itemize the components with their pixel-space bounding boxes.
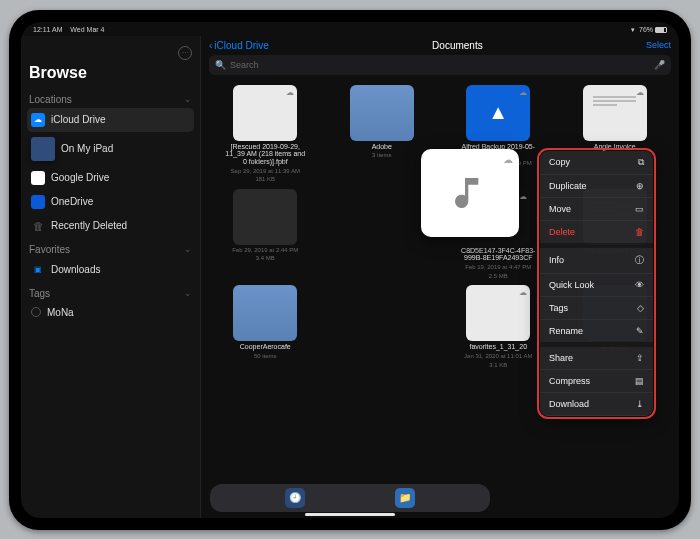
tags-label: Tags: [29, 288, 50, 299]
dock-app-recents[interactable]: 🕘: [285, 488, 305, 508]
ctx-tags[interactable]: Tags◇: [540, 297, 653, 320]
ctx-label: Delete: [549, 227, 575, 237]
cloud-download-icon: ☁: [636, 88, 644, 97]
ctx-duplicate[interactable]: Duplicate⊕: [540, 175, 653, 198]
select-button[interactable]: Select: [646, 40, 671, 50]
onedrive-icon: [31, 195, 45, 209]
chevron-down-icon: ⌄: [184, 244, 192, 254]
ctx-delete[interactable]: Delete🗑: [540, 221, 653, 248]
ctx-copy[interactable]: Copy⧉: [540, 151, 653, 175]
status-bar: 12:11 AM Wed Mar 4 ▾ 76%: [21, 22, 679, 36]
nav-bar: ‹ iCloud Drive Documents Select: [201, 36, 679, 53]
wifi-icon: ▾: [631, 26, 635, 34]
ctx-share[interactable]: Share⇪: [540, 347, 653, 370]
file-name: Angie Invoice: [594, 143, 636, 151]
info-icon: ⓘ: [635, 254, 644, 267]
sidebar: ⋯ Browse Locations ⌄ ☁ iCloud Drive On M…: [21, 36, 201, 518]
sidebar-item-downloads[interactable]: ▣ Downloads: [27, 258, 194, 282]
status-right: ▾ 76%: [631, 26, 667, 34]
file-name: [Rescued 2019-09-29, 11_39 AM (218 items…: [225, 143, 305, 166]
ctx-label: Info: [549, 255, 564, 265]
ctx-info[interactable]: Infoⓘ: [540, 248, 653, 274]
status-time: 12:11 AM: [33, 26, 63, 33]
home-indicator[interactable]: [305, 513, 395, 516]
file-name: Adobe: [372, 143, 392, 151]
search-input[interactable]: 🔍 Search 🎤: [209, 55, 671, 75]
sidebar-item-label: On My iPad: [61, 143, 113, 154]
battery-icon: [655, 27, 667, 33]
sidebar-item-label: MoNa: [47, 307, 74, 318]
ctx-label: Compress: [549, 376, 590, 386]
folder-thumbnail: [350, 85, 414, 141]
status-time-date: 12:11 AM Wed Mar 4: [33, 26, 104, 34]
dock: 🕘 📁: [210, 484, 490, 512]
locations-section-header[interactable]: Locations ⌄: [27, 88, 194, 108]
back-button[interactable]: ‹ iCloud Drive: [209, 40, 269, 51]
sidebar-item-tag[interactable]: MoNa: [27, 302, 194, 323]
sidebar-item-label: Google Drive: [51, 172, 109, 183]
dock-app-files[interactable]: 📁: [395, 488, 415, 508]
folder-icon: ▣: [31, 263, 45, 277]
file-item[interactable]: Adobe 3 items: [328, 85, 437, 183]
file-item: [328, 285, 437, 368]
archive-icon: ▤: [635, 376, 644, 386]
context-menu: Copy⧉ Duplicate⊕ Move▭ Delete🗑 Infoⓘ Qui…: [540, 151, 653, 416]
browse-title: Browse: [27, 62, 194, 88]
chevron-down-icon: ⌄: [184, 94, 192, 104]
search-icon: 🔍: [215, 60, 226, 70]
tags-section-header[interactable]: Tags ⌄: [27, 282, 194, 302]
google-drive-icon: [31, 171, 45, 185]
file-item: [328, 189, 437, 280]
cloud-download-icon: ☁: [503, 154, 513, 165]
share-icon: ⇪: [636, 353, 644, 363]
ctx-label: Share: [549, 353, 573, 363]
ctx-compress[interactable]: Compress▤: [540, 370, 653, 393]
cloud-icon: ☁: [31, 113, 45, 127]
ctx-move[interactable]: Move▭: [540, 198, 653, 221]
ctx-quick-look[interactable]: Quick Look👁: [540, 274, 653, 297]
folder-thumbnail: [233, 285, 297, 341]
mic-icon[interactable]: 🎤: [654, 60, 665, 70]
ctx-label: Rename: [549, 326, 583, 336]
battery-pct: 76%: [639, 26, 653, 33]
tag-circle-icon: [31, 307, 41, 317]
tag-icon: ◇: [637, 303, 644, 313]
cloud-download-icon: ☁: [286, 88, 294, 97]
ctx-rename[interactable]: Rename✎: [540, 320, 653, 347]
file-meta: Sep 29, 2019 at 11:39 AM: [231, 168, 300, 175]
file-item[interactable]: CooperAerocafe 50 items: [211, 285, 320, 368]
file-name: CooperAerocafe: [240, 343, 291, 351]
sidebar-item-onedrive[interactable]: OneDrive: [27, 190, 194, 214]
main-content: ‹ iCloud Drive Documents Select 🔍 Search…: [201, 36, 679, 518]
ctx-download[interactable]: Download⤓: [540, 393, 653, 416]
eye-icon: 👁: [635, 280, 644, 290]
selected-file-preview[interactable]: ☁: [421, 149, 519, 237]
locations-label: Locations: [29, 94, 72, 105]
cloud-download-icon: ☁: [519, 288, 527, 297]
file-item[interactable]: ☁ [Rescued 2019-09-29, 11_39 AM (218 ite…: [211, 85, 320, 183]
document-thumbnail: ☁: [583, 85, 647, 141]
sidebar-item-google-drive[interactable]: Google Drive: [27, 166, 194, 190]
favorites-section-header[interactable]: Favorites ⌄: [27, 238, 194, 258]
music-note-icon: [450, 173, 490, 213]
copy-icon: ⧉: [638, 157, 644, 168]
ctx-label: Move: [549, 204, 571, 214]
file-meta: 3 items: [372, 152, 391, 159]
ctx-label: Tags: [549, 303, 568, 313]
sidebar-top: ⋯: [27, 42, 194, 62]
file-item[interactable]: Feb 29, 2019 at 2:44 PM 3.4 MB: [211, 189, 320, 280]
file-meta: Feb 29, 2019 at 2:44 PM: [232, 247, 298, 254]
sidebar-item-icloud-drive[interactable]: ☁ iCloud Drive: [27, 108, 194, 132]
app-thumbnail: ▲☁: [466, 85, 530, 141]
sidebar-item-recently-deleted[interactable]: 🗑 Recently Deleted: [27, 214, 194, 238]
file-name: favorites_1_31_20: [469, 343, 527, 351]
sidebar-menu-icon[interactable]: ⋯: [178, 46, 192, 60]
battery-indicator: 76%: [639, 26, 667, 33]
sidebar-item-label: Downloads: [51, 264, 100, 275]
ipad-frame: 12:11 AM Wed Mar 4 ▾ 76% ⋯ Browse: [9, 10, 691, 530]
file-item[interactable]: ☁ favorites_1_31_20 Jan 31, 2020 at 11:0…: [444, 285, 553, 368]
favorites-label: Favorites: [29, 244, 70, 255]
sidebar-item-on-my-ipad[interactable]: On My iPad: [27, 132, 194, 166]
trash-icon: 🗑: [31, 219, 45, 233]
ipad-icon: [31, 137, 55, 161]
